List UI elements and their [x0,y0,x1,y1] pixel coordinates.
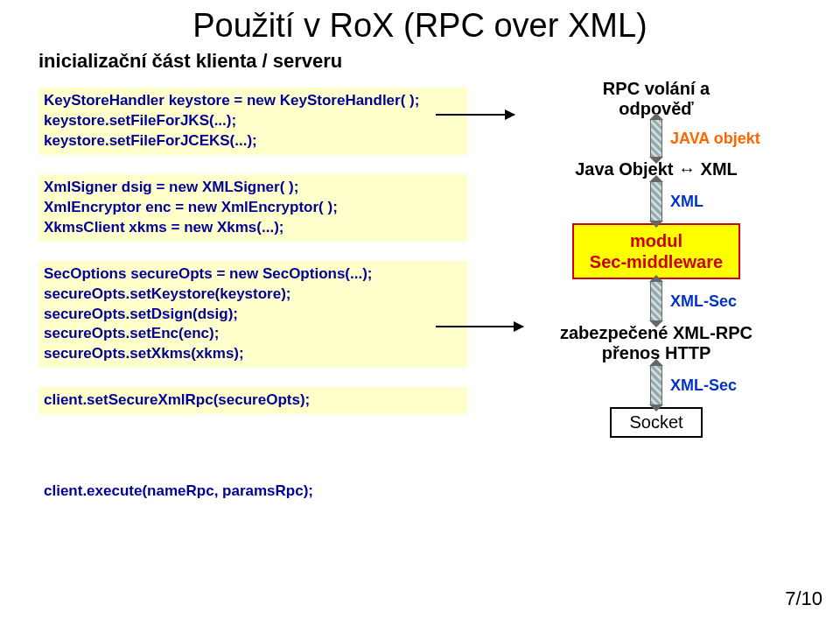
label-java-objekt: JAVA objekt [670,130,760,148]
code-line: keystore.setFileForJCEKS(...); [44,131,462,151]
code-block-xmlsigner: XmlSigner dsig = new XMLSigner( ); XmlEn… [38,174,467,242]
pipe-connector: XML [650,181,662,222]
page-title: Použití v RoX (RPC over XML) [0,0,840,50]
arrow-icon [436,114,514,116]
code-line: KeyStoreHandler keystore = new KeyStoreH… [44,91,462,111]
code-line: XmlEncryptor enc = new XmlEncryptor( ); [44,198,462,218]
code-line: keystore.setFileForJKS(...); [44,111,462,131]
label-xml: XML [670,193,704,211]
text: Sec-middleware [590,251,723,272]
code-line: XmlSigner dsig = new XMLSigner( ); [44,178,462,198]
stack-socket: Socket [610,407,702,438]
code-line: secureOpts.setEnc(enc); [44,324,462,344]
code-line: secureOpts.setDsign(dsig); [44,305,462,325]
stack-secure-xmlrpc: zabezpečené XML-RPC přenos HTTP [560,323,752,363]
code-line: SecOptions secureOpts = new SecOptions(.… [44,264,462,285]
architecture-stack: RPC volání a odpověď JAVA objekt Java Ob… [508,70,805,438]
text: RPC volání a [603,79,710,99]
label-xml-sec: XML-Sec [670,292,737,311]
stack-sec-middleware: modul Sec-middleware [572,223,740,279]
code-line: secureOpts.setKeystore(keystore); [44,285,462,305]
code-line: XkmsClient xkms = new Xkms(...); [44,218,462,238]
pipe-connector: XML-Sec [650,365,662,405]
code-execute: client.execute(nameRpc, paramsRpc); [38,481,467,502]
code-block-keystore: KeyStoreHandler keystore = new KeyStoreH… [38,88,467,155]
page-number: 7/10 [785,587,822,610]
code-line: client.setSecureXmlRpc(secureOpts); [44,390,462,411]
code-column: KeyStoreHandler keystore = new KeyStoreH… [38,88,467,502]
code-block-secoptions: SecOptions secureOpts = new SecOptions(.… [38,261,467,369]
text: modul [590,230,723,251]
code-line: secureOpts.setXkms(xkms); [44,344,462,364]
pipe-connector: XML-Sec [650,281,662,321]
label-xml-sec: XML-Sec [670,376,737,395]
pipe-connector: JAVA objekt [650,119,662,158]
code-block-setsecure: client.setSecureXmlRpc(secureOpts); [38,387,467,414]
